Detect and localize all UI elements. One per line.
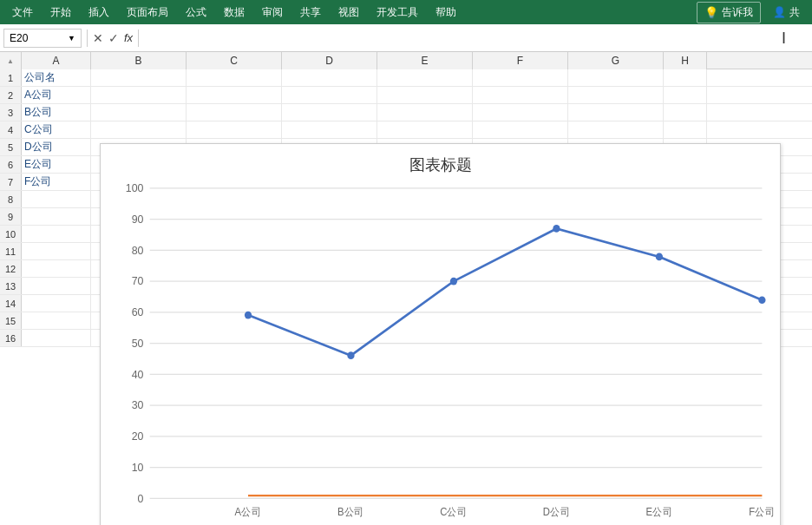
cell-b3[interactable]	[91, 104, 187, 121]
cell-g2[interactable]	[568, 87, 664, 103]
corner-cell: ▲	[0, 52, 22, 69]
cell-g1[interactable]	[568, 69, 664, 86]
cell-a5[interactable]: D公司	[22, 139, 91, 155]
tell-me-button[interactable]: 💡 告诉我	[697, 2, 761, 23]
cell-reference-box[interactable]: E20 ▼	[3, 29, 82, 48]
cell-a7[interactable]: F公司	[22, 174, 91, 190]
cell-f3[interactable]	[473, 104, 568, 121]
cell-h2[interactable]	[664, 87, 707, 103]
svg-text:90: 90	[132, 213, 144, 226]
cell-a13[interactable]	[22, 278, 91, 294]
svg-text:100: 100	[126, 182, 144, 194]
svg-text:20: 20	[132, 430, 144, 443]
bulb-icon: 💡	[704, 6, 718, 19]
dropdown-icon[interactable]: ▼	[68, 34, 75, 43]
tell-me-label: 告诉我	[722, 5, 753, 20]
col-header-f[interactable]: F	[473, 52, 568, 69]
menu-developer[interactable]: 开发工具	[368, 2, 427, 23]
col-header-e[interactable]: E	[377, 52, 473, 69]
svg-point-30	[450, 278, 457, 285]
cell-a1[interactable]: 公司名	[22, 69, 91, 86]
cell-e4[interactable]	[377, 121, 473, 138]
row-number: 14	[0, 295, 22, 312]
svg-text:60: 60	[132, 306, 144, 318]
cell-c3[interactable]	[187, 104, 282, 121]
menu-bar: 文件 开始 插入 页面布局 公式 数据 审阅 共享 视图 开发工具 帮助 💡 告…	[0, 0, 812, 24]
cell-f1[interactable]	[473, 69, 568, 86]
svg-text:0: 0	[138, 492, 144, 504]
svg-point-29	[347, 351, 354, 359]
menu-layout[interactable]: 页面布局	[118, 2, 177, 23]
cell-h3[interactable]	[664, 104, 707, 121]
row-number: 6	[0, 156, 22, 173]
menu-data[interactable]: 数据	[215, 2, 253, 23]
col-header-d[interactable]: D	[282, 52, 377, 69]
cell-e2[interactable]	[377, 87, 473, 103]
cancel-icon[interactable]: ✕	[93, 31, 103, 45]
col-header-c[interactable]: C	[187, 52, 282, 69]
row-number: 7	[0, 174, 22, 190]
cell-c1[interactable]	[187, 69, 282, 86]
table-row[interactable]: 1 公司名	[0, 69, 812, 87]
col-header-h[interactable]: H	[664, 52, 707, 69]
cell-a3[interactable]: B公司	[22, 104, 91, 121]
cell-a16[interactable]	[22, 330, 91, 346]
row-number: 8	[0, 191, 22, 207]
cell-a12[interactable]	[22, 260, 91, 277]
col-header-g[interactable]: G	[568, 52, 664, 69]
cell-d4[interactable]	[282, 121, 377, 138]
menu-home[interactable]: 开始	[42, 2, 80, 23]
user-button[interactable]: 👤 共	[764, 2, 809, 23]
row-number: 2	[0, 87, 22, 103]
row-number: 3	[0, 104, 22, 121]
cell-f2[interactable]	[473, 87, 568, 103]
menu-insert[interactable]: 插入	[80, 2, 118, 23]
column-header-row: ▲ A B C D E F G H	[0, 52, 812, 69]
formula-input-divider	[138, 30, 139, 47]
menu-review[interactable]: 审阅	[253, 2, 291, 23]
cell-h1[interactable]	[664, 69, 707, 86]
cell-c4[interactable]	[187, 121, 282, 138]
cell-a4[interactable]: C公司	[22, 121, 91, 138]
row-number: 12	[0, 260, 22, 277]
cell-g3[interactable]	[568, 104, 664, 121]
cell-a15[interactable]	[22, 312, 91, 329]
svg-text:80: 80	[132, 244, 144, 256]
cell-b2[interactable]	[91, 87, 187, 103]
menu-file[interactable]: 文件	[3, 2, 42, 23]
cell-a10[interactable]	[22, 226, 91, 242]
col-header-a[interactable]: A	[22, 52, 91, 69]
table-row[interactable]: 4 C公司	[0, 121, 812, 139]
cell-a6[interactable]: E公司	[22, 156, 91, 173]
cell-e1[interactable]	[377, 69, 473, 86]
menu-view[interactable]: 视图	[330, 2, 368, 23]
svg-text:D公司: D公司	[543, 506, 571, 517]
menu-formula[interactable]: 公式	[177, 2, 215, 23]
cell-g4[interactable]	[568, 121, 664, 138]
table-row[interactable]: 2 A公司	[0, 87, 812, 104]
table-row[interactable]: 3 B公司	[0, 104, 812, 121]
chart-area[interactable]: 图表标题 100 90 80 70 60 50 40 30 20 10 0	[100, 143, 781, 525]
cell-e3[interactable]	[377, 104, 473, 121]
cell-d3[interactable]	[282, 104, 377, 121]
cell-b4[interactable]	[91, 121, 187, 138]
cell-a11[interactable]	[22, 243, 91, 259]
cell-a2[interactable]: A公司	[22, 87, 91, 103]
confirm-icon[interactable]: ✓	[108, 31, 119, 45]
cell-ref-value: E20	[10, 32, 28, 44]
col-header-b[interactable]: B	[91, 52, 187, 69]
cell-f4[interactable]	[473, 121, 568, 138]
menu-share[interactable]: 共享	[291, 2, 330, 23]
menu-help[interactable]: 帮助	[427, 2, 465, 23]
cell-c2[interactable]	[187, 87, 282, 103]
cell-a14[interactable]	[22, 295, 91, 312]
cell-d1[interactable]	[282, 69, 377, 86]
cell-d2[interactable]	[282, 87, 377, 103]
svg-text:50: 50	[132, 338, 144, 350]
cell-b1[interactable]	[91, 69, 187, 86]
cell-a9[interactable]	[22, 208, 91, 225]
svg-point-28	[245, 312, 252, 319]
cell-h4[interactable]	[664, 121, 707, 138]
formula-input[interactable]	[144, 29, 809, 48]
cell-a8[interactable]	[22, 191, 91, 207]
